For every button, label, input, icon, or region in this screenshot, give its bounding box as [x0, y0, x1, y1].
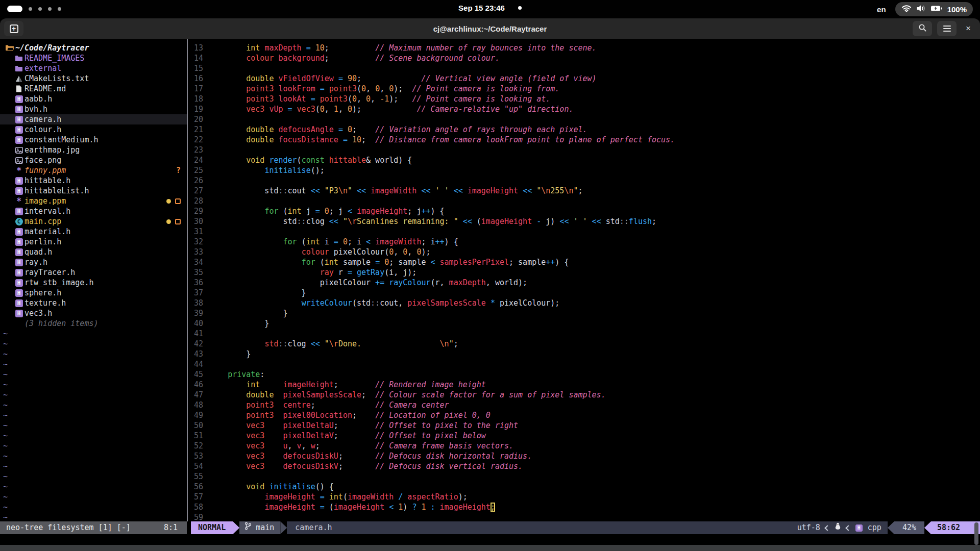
tree-item-material-h[interactable]: Hmaterial.h — [0, 227, 187, 237]
tree-item-external[interactable]: external — [0, 63, 187, 73]
code-line-31[interactable]: 31 — [188, 227, 980, 237]
line-number: 25 — [188, 165, 203, 176]
tree-item-quad-h[interactable]: Hquad.h — [0, 247, 187, 257]
code-line-58[interactable]: 58 imageHeight = (imageHeight < 1) ? 1 :… — [188, 502, 980, 512]
line-number: 42 — [188, 339, 203, 349]
code-line-25[interactable]: 25 initialise(); — [188, 165, 980, 176]
keyboard-layout[interactable]: en — [877, 5, 886, 14]
scrollbar-thumb[interactable] — [974, 522, 978, 545]
tree-item-face-png[interactable]: face.png — [0, 155, 187, 165]
code-line-46[interactable]: 46 int imageHeight; // Rendered image he… — [188, 380, 980, 390]
tree-item--code-raytracer[interactable]: ~/Code/Raytracer — [0, 43, 187, 53]
workspace-dot[interactable] — [38, 7, 42, 11]
code-line-29[interactable]: 29 for (int j = 0; j < imageHeight; j++)… — [188, 206, 980, 216]
search-button[interactable] — [913, 21, 932, 36]
tree-item-ray-h[interactable]: Hray.h — [0, 257, 187, 267]
tree-item-readme-md[interactable]: README.md — [0, 84, 187, 94]
tree-item-constantmedium-h[interactable]: HconstantMedium.h — [0, 135, 187, 145]
code-line-17[interactable]: 17 point3 lookFrom = point3(0, 0, 0); //… — [188, 84, 980, 94]
code-line-20[interactable]: 20 — [188, 114, 980, 124]
code-line-15[interactable]: 15 — [188, 63, 980, 73]
tree-item-aabb-h[interactable]: Haabb.h — [0, 94, 187, 104]
code-line-49[interactable]: 49 point3 pixel00Location; // Location o… — [188, 410, 980, 420]
workspace-indicator[interactable] — [7, 6, 61, 12]
tree-item-rtw-stb-image-h[interactable]: Hrtw_stb_image.h — [0, 278, 187, 288]
code-line-35[interactable]: 35 ray r = getRay(i, j); — [188, 267, 980, 278]
code-line-27[interactable]: 27 std::cout << "P3\n" << imageWidth << … — [188, 186, 980, 196]
command-line[interactable] — [0, 534, 980, 545]
clock[interactable]: Sep 15 23:46 — [458, 4, 522, 12]
code-line-38[interactable]: 38 writeColour(std::cout, pixelSamplesSc… — [188, 298, 980, 308]
code-line-45[interactable]: 45 private: — [188, 369, 980, 380]
code-line-44[interactable]: 44 — [188, 359, 980, 369]
code-line-48[interactable]: 48 point3 centre; // Camera center — [188, 400, 980, 410]
tree-item-texture-h[interactable]: Htexture.h — [0, 298, 187, 308]
code-line-52[interactable]: 52 vec3 u, v, w; // Camera frame basis v… — [188, 441, 980, 451]
code-line-14[interactable]: 14 colour background; // Scene backgroun… — [188, 53, 980, 63]
code-line-54[interactable]: 54 vec3 defocusDiskV; // Defocus disk ve… — [188, 461, 980, 471]
active-workspace-pill[interactable] — [7, 6, 22, 12]
mode-segment: NORMAL — [191, 521, 233, 534]
system-menu[interactable]: 100% — [895, 2, 973, 16]
tree-item-perlin-h[interactable]: Hperlin.h — [0, 237, 187, 247]
tree-item-readme-images[interactable]: README_IMAGES — [0, 53, 187, 63]
code-line-18[interactable]: 18 point3 lookAt = point3(0, 0, -1); // … — [188, 94, 980, 104]
code-line-43[interactable]: 43 } — [188, 349, 980, 359]
code-line-23[interactable]: 23 — [188, 145, 980, 155]
menu-button[interactable] — [937, 21, 957, 36]
tree-item-earthmap-jpg[interactable]: earthmap.jpg — [0, 145, 187, 155]
code-line-39[interactable]: 39 } — [188, 308, 980, 318]
code-line-50[interactable]: 50 vec3 pixelDeltaU; // Offset to pixel … — [188, 420, 980, 431]
code-line-24[interactable]: 24 void render(const hittable& world) { — [188, 155, 980, 165]
code-text: writeColour(std::cout, pixelSamplesScale… — [209, 298, 559, 308]
code-line-56[interactable]: 56 void initialise() { — [188, 482, 980, 492]
code-line-59[interactable]: 59 — [188, 512, 980, 521]
tree-item-image-ppm[interactable]: *image.ppm — [0, 196, 187, 206]
code-line-28[interactable]: 28 — [188, 196, 980, 206]
code-line-40[interactable]: 40 } — [188, 318, 980, 329]
tree-item-sphere-h[interactable]: Hsphere.h — [0, 288, 187, 298]
tree-item-hittable-h[interactable]: Hhittable.h — [0, 176, 187, 186]
tree-item-camera-h[interactable]: Hcamera.h — [0, 114, 187, 124]
code-line-53[interactable]: 53 vec3 defocusDiskU; // Defocus disk ho… — [188, 451, 980, 461]
code-line-33[interactable]: 33 colour pixelColour(0, 0, 0); — [188, 247, 980, 257]
code-line-19[interactable]: 19 vec3 vUp = vec3(0, 1, 0); // Camera-r… — [188, 104, 980, 114]
line-number: 20 — [188, 114, 203, 124]
workspace-dot[interactable] — [29, 7, 32, 11]
code-line-26[interactable]: 26 — [188, 176, 980, 186]
code-line-51[interactable]: 51 vec3 pixelDeltaV; // Offset to pixel … — [188, 431, 980, 441]
code-line-55[interactable]: 55 — [188, 471, 980, 482]
line-number: 30 — [188, 216, 203, 227]
code-line-34[interactable]: 34 for (int sample = 0; sample < samples… — [188, 257, 980, 267]
code-line-47[interactable]: 47 double pixelSamplesScale; // Colour s… — [188, 390, 980, 400]
tree-item-colour-h[interactable]: Hcolour.h — [0, 124, 187, 135]
wifi-icon — [901, 5, 912, 14]
code-line-16[interactable]: 16 double vFieldOfView = 90; // Vertical… — [188, 73, 980, 84]
tree-item-bvh-h[interactable]: Hbvh.h — [0, 104, 187, 114]
tree-item-interval-h[interactable]: Hinterval.h — [0, 206, 187, 216]
code-line-41[interactable]: 41 — [188, 329, 980, 339]
terminal-content: ~/Code/RaytracerREADME_IMAGESexternalCMa… — [0, 39, 980, 521]
tree-item-funny-ppm[interactable]: *funny.ppm? — [0, 165, 187, 176]
code-line-57[interactable]: 57 imageHeight = int(imageWidth / aspect… — [188, 492, 980, 502]
tree-item-main-cpp[interactable]: Cmain.cpp — [0, 216, 187, 227]
code-line-30[interactable]: 30 std::clog << "\rScanlines remaining: … — [188, 216, 980, 227]
code-line-13[interactable]: 13 int maxDepth = 10; // Maximum number … — [188, 43, 980, 53]
code-line-36[interactable]: 36 pixelColour += rayColour(r, maxDepth,… — [188, 278, 980, 288]
tree-item-label: main.cpp — [24, 216, 61, 227]
h-icon: H — [13, 177, 24, 185]
close-button[interactable]: × — [962, 21, 975, 36]
tree-item-vec3-h[interactable]: Hvec3.h — [0, 308, 187, 318]
tree-item--3-hidden-items-[interactable]: (3 hidden items) — [0, 318, 187, 329]
tree-item-cmakelists-txt[interactable]: CMakeLists.txt — [0, 73, 187, 84]
workspace-dot[interactable] — [58, 7, 61, 11]
code-line-37[interactable]: 37 } — [188, 288, 980, 298]
tree-item-hittablelist-h[interactable]: HhittableList.h — [0, 186, 187, 196]
code-line-42[interactable]: 42 std::clog << "\rDone. \n"; — [188, 339, 980, 349]
code-line-32[interactable]: 32 for (int i = 0; i < imageWidth; i++) … — [188, 237, 980, 247]
code-line-21[interactable]: 21 double defocusAngle = 0; // Variation… — [188, 124, 980, 135]
code-line-22[interactable]: 22 double focusDistance = 10; // Distanc… — [188, 135, 980, 145]
scroll-percent-segment: 42% — [894, 521, 924, 534]
workspace-dot[interactable] — [48, 7, 52, 11]
tree-item-raytracer-h[interactable]: HrayTracer.h — [0, 267, 187, 278]
